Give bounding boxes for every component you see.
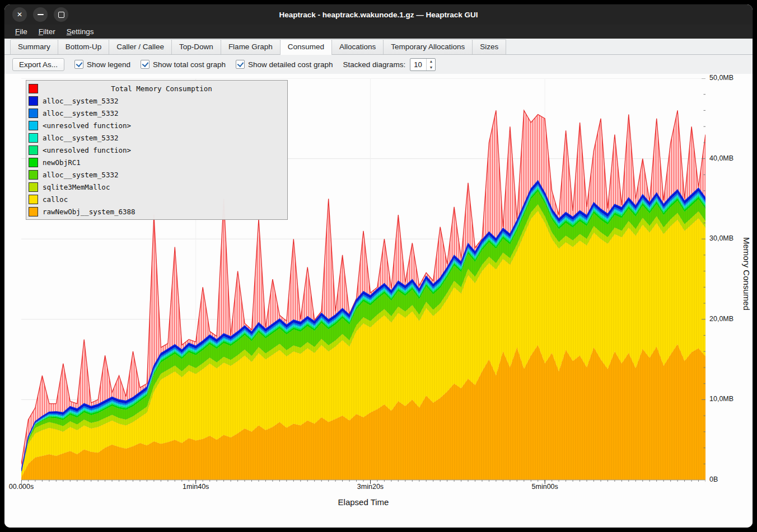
spinbox-value[interactable]: 10 [410,59,426,70]
y-tick-label: 50,0MB [709,74,733,82]
export-as-button[interactable]: Export As... [12,58,64,71]
legend-item-label: <unresolved function> [43,121,131,130]
legend-color-swatch [29,158,38,167]
legend-item: rawNewObj__system_6388 [29,205,285,218]
maximize-icon [58,12,64,18]
legend-color-swatch [29,96,38,106]
x-tick-label: 1min40s [171,483,221,491]
legend-color-swatch [29,195,38,204]
show-total-cost-graph-checkbox[interactable]: Show total cost graph [141,60,226,69]
tab-top-down[interactable]: Top-Down [171,39,221,54]
legend-item-label: newObjRC1 [43,158,81,167]
chart-legend: Total Memory Consumption alloc__system_5… [26,80,288,220]
window-title: Heaptrack - heaptrack.wakunode.1.gz — He… [4,11,753,19]
legend-item: alloc__system_5332 [29,131,285,144]
checkbox-label: Show total cost graph [153,60,226,69]
y-tick-label: 30,0MB [709,234,733,242]
titlebar[interactable]: ✕ Heaptrack - heaptrack.wakunode.1.gz — … [4,4,753,25]
x-axis-title: Elapsed Time [21,497,705,507]
x-tick-label: 3min20s [345,483,395,491]
legend-item: alloc__system_5332 [29,168,285,181]
tab-allocations[interactable]: Allocations [331,39,384,54]
tab-summary[interactable]: Summary [10,39,58,54]
legend-item-label: <unresolved function> [43,146,131,154]
y-tick-label: 0B [709,475,718,483]
checkbox-icon [236,60,245,69]
legend-item-label: alloc__system_5332 [43,97,118,105]
legend-item-label: alloc__system_5332 [43,171,118,179]
tab-bar: Summary Bottom-Up Caller / Callee Top-Do… [4,39,753,55]
legend-item: calloc [29,193,285,205]
legend-title-row: Total Memory Consumption [29,82,285,95]
y-tick-label: 40,0MB [709,154,733,162]
chart-area: 00.000s1min40s3min20s5min00s 0B10,0MB20,… [4,74,753,528]
legend-item: newObjRC1 [29,156,285,168]
x-tick-label: 5min00s [520,483,570,491]
tab-sizes[interactable]: Sizes [472,39,506,54]
heaptrack-window: ✕ Heaptrack - heaptrack.wakunode.1.gz — … [4,4,753,528]
menu-item-file[interactable]: File [10,26,32,37]
stacked-diagrams-label: Stacked diagrams: [343,60,406,69]
close-icon: ✕ [17,11,22,18]
stacked-diagrams-spinbox[interactable]: 10 ▲ ▼ [410,58,436,71]
checkbox-label: Show legend [87,60,130,69]
legend-color-swatch [29,109,38,118]
toolbar: Export As... Show legend Show total cost… [4,55,753,74]
tab-caller-callee[interactable]: Caller / Callee [109,39,172,54]
legend-color-swatch [29,170,38,180]
tab-consumed[interactable]: Consumed [280,39,332,55]
minimize-button[interactable] [33,7,48,22]
maximize-button[interactable] [54,7,68,22]
spinbox-buttons: ▲ ▼ [426,59,435,70]
legend-item-label: alloc__system_5332 [43,109,118,117]
minimize-icon [38,14,44,15]
legend-item-label: calloc [43,195,68,204]
legend-item: sqlite3MemMalloc [29,181,285,193]
legend-item-label: sqlite3MemMalloc [43,183,110,191]
x-tick-label: 00.000s [4,483,46,491]
legend-item-label: alloc__system_5332 [43,134,118,142]
spinbox-down-button[interactable]: ▼ [427,64,435,70]
menu-item-filter[interactable]: Filter [34,26,60,37]
legend-color-swatch [29,84,38,93]
legend-title: Total Memory Consumption [38,84,285,93]
tab-bottom-up[interactable]: Bottom-Up [58,39,110,54]
legend-item: alloc__system_5332 [29,95,285,107]
legend-color-swatch [29,133,38,143]
show-detailed-cost-graph-checkbox[interactable]: Show detailed cost graph [236,60,333,69]
legend-color-swatch [29,145,38,155]
legend-item: alloc__system_5332 [29,107,285,119]
tab-temporary-allocations[interactable]: Temporary Allocations [383,39,473,54]
close-button[interactable]: ✕ [12,7,27,22]
legend-color-swatch [29,182,38,192]
menu-item-settings[interactable]: Settings [62,26,99,37]
menubar: File Filter Settings [4,25,753,39]
checkbox-label: Show detailed cost graph [248,60,333,69]
checkbox-icon [141,60,149,69]
legend-color-swatch [29,207,38,216]
tab-flame-graph[interactable]: Flame Graph [221,39,281,54]
y-tick-label: 20,0MB [709,315,733,323]
spinbox-up-button[interactable]: ▲ [427,59,435,65]
y-tick-label: 10,0MB [709,395,733,403]
legend-item-label: rawNewObj__system_6388 [43,208,135,216]
legend-item: <unresolved function> [29,144,285,156]
legend-color-swatch [29,121,38,130]
y-axis-title: Memory Consumed [742,237,751,310]
window-controls: ✕ [12,7,68,22]
show-legend-checkbox[interactable]: Show legend [74,60,130,69]
checkbox-icon [74,60,83,69]
legend-item: <unresolved function> [29,119,285,131]
